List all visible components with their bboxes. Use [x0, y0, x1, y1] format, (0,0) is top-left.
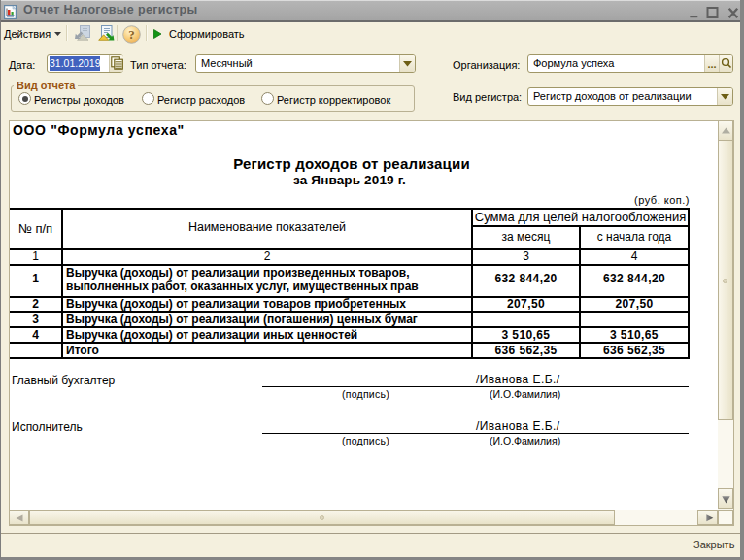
svg-text:?: ? — [128, 27, 135, 42]
